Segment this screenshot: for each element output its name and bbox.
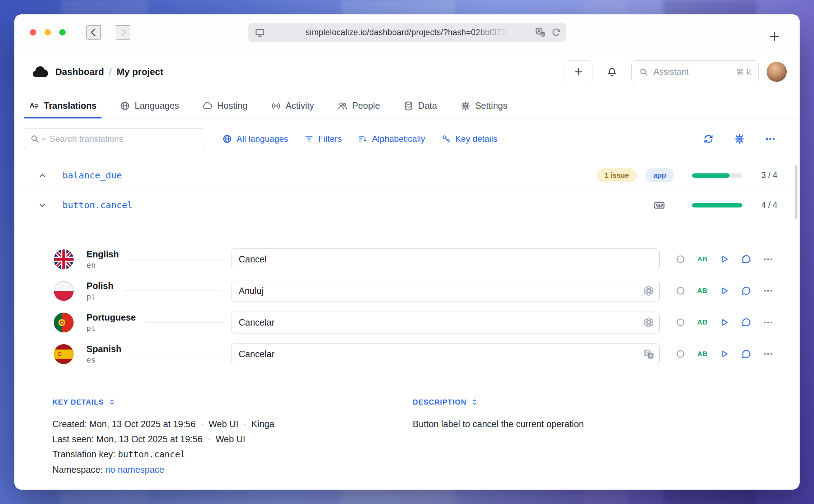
settings-gear-button[interactable]: [732, 132, 747, 146]
tab-settings[interactable]: Settings: [460, 93, 507, 118]
notifications-bell-icon[interactable]: [600, 60, 623, 83]
description-text: Button label to cancel the current opera…: [413, 416, 778, 431]
language-code: en: [86, 261, 119, 270]
translation-row-portuguese: Portuguese pt AB✓: [14, 307, 800, 338]
openai-icon[interactable]: [643, 285, 655, 297]
section-title: DESCRIPTION: [413, 398, 467, 406]
status-circle-icon[interactable]: [673, 347, 688, 361]
chevron-left-icon: [88, 26, 100, 38]
new-tab-button[interactable]: [763, 25, 786, 48]
gear-icon: [460, 101, 471, 111]
refresh-icon: [703, 133, 714, 145]
spellcheck-icon[interactable]: AB✓: [695, 315, 710, 330]
tab-activity[interactable]: Activity: [271, 93, 314, 118]
tag-badge[interactable]: app: [645, 168, 674, 182]
more-options-button[interactable]: [763, 132, 777, 146]
tab-languages[interactable]: Languages: [120, 93, 179, 118]
collapse-chevron-up-icon[interactable]: [36, 169, 49, 182]
refresh-button[interactable]: [701, 132, 716, 146]
play-icon[interactable]: [717, 284, 731, 298]
comment-icon[interactable]: [739, 315, 753, 330]
row-more-options-icon[interactable]: [761, 347, 775, 361]
zoom-window-button[interactable]: [59, 29, 66, 36]
translation-key-name[interactable]: balance_due: [62, 170, 122, 181]
search-translations-input[interactable]: [50, 134, 200, 144]
spellcheck-icon[interactable]: AB✓: [695, 252, 710, 266]
user-avatar[interactable]: [767, 62, 787, 82]
tab-hosting[interactable]: Hosting: [202, 93, 248, 118]
link-label: Key details: [455, 134, 497, 144]
forward-button[interactable]: [116, 25, 130, 39]
breadcrumb-app[interactable]: Dashboard: [55, 66, 104, 78]
comment-icon[interactable]: [739, 347, 753, 361]
key-row-balance-due[interactable]: balance_due 1 issue app 3 / 4: [14, 161, 800, 190]
row-more-options-icon[interactable]: [761, 252, 775, 266]
link-label: All languages: [237, 134, 288, 144]
assistant-placeholder: Assistant: [654, 67, 688, 77]
expand-chevron-down-icon[interactable]: [36, 199, 49, 212]
tab-people[interactable]: People: [337, 93, 380, 118]
language-name: Spanish: [86, 344, 121, 354]
app-logo-cloud-icon[interactable]: [32, 65, 49, 78]
minimize-window-button[interactable]: [45, 29, 51, 36]
portugal-flag-icon: [54, 313, 74, 332]
play-icon[interactable]: [717, 252, 731, 266]
chevron-right-icon: [117, 26, 129, 38]
key-row-button-cancel[interactable]: button.cancel 4 / 4: [14, 190, 800, 220]
comment-icon[interactable]: [739, 284, 753, 298]
translation-input-pt[interactable]: [231, 312, 660, 333]
chevron-down-icon[interactable]: [41, 136, 47, 142]
people-icon: [337, 101, 348, 111]
spellcheck-icon[interactable]: AB✓: [695, 347, 710, 361]
poland-flag-icon: [54, 281, 74, 301]
reload-icon[interactable]: [551, 27, 562, 39]
breadcrumb-project[interactable]: My project: [117, 66, 163, 78]
spellcheck-icon[interactable]: AB✓: [695, 284, 710, 298]
scrollbar[interactable]: [795, 165, 797, 219]
language-name: English: [86, 249, 119, 260]
comment-icon[interactable]: [739, 252, 753, 266]
tab-translations[interactable]: Translations: [29, 93, 97, 118]
issue-badge[interactable]: 1 issue: [597, 168, 637, 182]
row-more-options-icon[interactable]: [761, 284, 775, 298]
openai-icon[interactable]: [643, 317, 655, 328]
add-button[interactable]: [565, 60, 593, 83]
progress-count: 3 / 4: [751, 171, 777, 180]
description-heading[interactable]: DESCRIPTION: [413, 398, 778, 406]
translation-key-name[interactable]: button.cancel: [62, 200, 133, 210]
tab-label: Activity: [286, 101, 314, 111]
address-bar[interactable]: simplelocalize.io/dashboard/projects/?ha…: [248, 23, 566, 42]
status-circle-icon[interactable]: [673, 315, 688, 330]
translation-input-pl[interactable]: [231, 280, 660, 302]
close-window-button[interactable]: [30, 29, 36, 36]
namespace-link[interactable]: no namespace: [105, 462, 164, 477]
translation-input-en[interactable]: [231, 248, 660, 270]
status-circle-icon[interactable]: [673, 252, 688, 266]
assistant-search[interactable]: Assistant ⌘ k: [631, 60, 759, 83]
progress-bar: [692, 203, 742, 207]
keyboard-icon[interactable]: [653, 199, 665, 211]
progress-count: 4 / 4: [751, 200, 777, 210]
updown-chevrons-icon: [470, 398, 479, 406]
search-translations-box[interactable]: [24, 128, 206, 150]
row-more-options-icon[interactable]: [761, 315, 775, 330]
broadcast-icon: [271, 101, 281, 111]
back-button[interactable]: [86, 25, 101, 39]
play-icon[interactable]: [717, 347, 731, 361]
translation-input-es[interactable]: [231, 343, 660, 365]
tab-label: Settings: [475, 101, 507, 111]
play-icon[interactable]: [717, 315, 731, 330]
google-translate-icon[interactable]: G A: [642, 348, 655, 360]
all-languages-filter[interactable]: All languages: [222, 134, 288, 144]
filters-button[interactable]: Filters: [304, 134, 342, 144]
key-details-heading[interactable]: KEY DETAILS: [52, 398, 413, 406]
translation-key-line: Translation key: button.cancel: [52, 447, 413, 462]
translate-icon[interactable]: [535, 27, 546, 39]
page-icon[interactable]: [254, 27, 265, 39]
tab-data[interactable]: Data: [403, 93, 437, 118]
expanded-translations: English en AB✓: [14, 220, 800, 481]
tab-label: Languages: [135, 101, 179, 111]
status-circle-icon[interactable]: [673, 284, 688, 298]
sort-alphabetically-button[interactable]: Alphabetically: [357, 134, 425, 144]
key-details-button[interactable]: Key details: [441, 134, 497, 144]
